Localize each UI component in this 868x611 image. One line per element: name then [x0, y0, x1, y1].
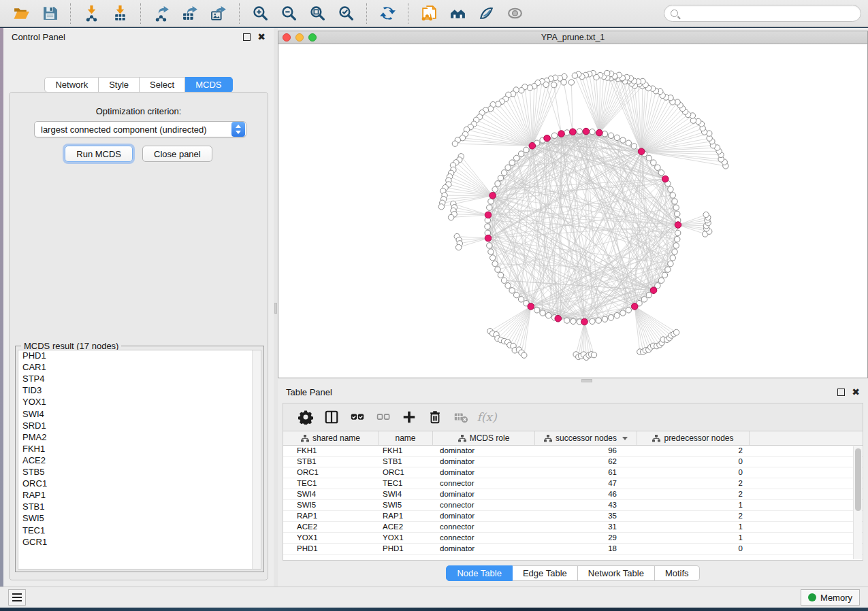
network-canvas[interactable]	[278, 44, 867, 378]
cell[interactable]: PHD1	[379, 544, 433, 554]
cell[interactable]: TEC1	[283, 478, 379, 489]
delete-rows-button[interactable]	[422, 406, 448, 429]
horizontal-splitter[interactable]	[278, 378, 868, 383]
cell[interactable]: ORC1	[379, 467, 433, 478]
column-header-name[interactable]: name	[379, 431, 433, 445]
cell[interactable]: SWI4	[379, 489, 433, 499]
close-table-panel-icon[interactable]: ✖	[852, 389, 860, 396]
mcds-node-item[interactable]: YOX1	[18, 397, 261, 408]
cell[interactable]: dominator	[433, 467, 535, 478]
cell[interactable]: 62	[535, 457, 637, 467]
add-row-button[interactable]	[396, 406, 422, 429]
table-row[interactable]: FKH1FKH1dominator962	[283, 446, 863, 457]
memory-button[interactable]: Memory	[801, 589, 860, 606]
cell[interactable]: PHD1	[283, 544, 379, 554]
cell[interactable]: 0	[637, 544, 750, 554]
mcds-node-item[interactable]: FKH1	[18, 444, 261, 455]
mcds-node-item[interactable]: SWI4	[18, 408, 261, 420]
table-scrollbar-thumb[interactable]	[855, 448, 861, 511]
cell[interactable]: YOX1	[283, 533, 379, 543]
import-table-button[interactable]	[108, 2, 131, 25]
cell[interactable]: 1	[637, 522, 750, 532]
cell[interactable]: connector	[433, 522, 535, 532]
mcds-node-item[interactable]: STP4	[18, 374, 261, 385]
tab-network[interactable]: Network	[44, 77, 99, 93]
cell[interactable]: 2	[637, 511, 750, 521]
mcds-node-item[interactable]: TEC1	[18, 525, 261, 536]
select-all-button[interactable]	[344, 406, 370, 429]
mcds-list-scrollbar[interactable]	[252, 350, 261, 569]
table-row[interactable]: TEC1TEC1connector472	[283, 478, 863, 489]
mcds-node-item[interactable]: STB1	[18, 501, 261, 513]
cell[interactable]: YOX1	[379, 533, 433, 543]
tab-mcds[interactable]: MCDS	[185, 77, 232, 93]
zoom-selected-button[interactable]	[334, 2, 357, 25]
table-row[interactable]: ACE2ACE2connector311	[283, 522, 863, 533]
cell[interactable]: 2	[637, 478, 750, 489]
float-table-panel-icon[interactable]	[837, 389, 845, 396]
cell[interactable]: 0	[637, 467, 750, 478]
cell[interactable]: SWI5	[283, 500, 379, 510]
cell[interactable]: connector	[433, 533, 535, 543]
table-row[interactable]: RAP1RAP1dominator352	[283, 511, 863, 522]
cell[interactable]: connector	[433, 500, 535, 510]
table-row[interactable]: SWI5SWI5connector431	[283, 500, 863, 511]
table-row[interactable]: SWI4SWI4dominator462	[283, 489, 863, 500]
column-header-successor-nodes[interactable]: successor nodes	[535, 431, 637, 445]
tab-select[interactable]: Select	[140, 77, 185, 93]
hide-preview-button[interactable]	[503, 2, 526, 25]
show-columns-button[interactable]	[319, 406, 344, 429]
cell[interactable]: SWI4	[283, 489, 379, 499]
mcds-node-item[interactable]: PHD1	[18, 350, 261, 362]
table-row[interactable]: STB1STB1dominator620	[283, 457, 863, 467]
style-preview-button[interactable]	[475, 2, 498, 25]
mcds-node-item[interactable]: PMA2	[18, 432, 261, 444]
cell[interactable]: ORC1	[283, 467, 379, 478]
tab-network-table[interactable]: Network Table	[578, 565, 655, 581]
column-header-shared-name[interactable]: shared name	[283, 431, 379, 445]
mcds-node-item[interactable]: TID3	[18, 385, 261, 397]
mcds-node-item[interactable]: GCR1	[18, 537, 261, 548]
table-row[interactable]: YOX1YOX1connector291	[283, 533, 863, 544]
close-panel-button[interactable]: Close panel	[142, 146, 212, 162]
search-input[interactable]	[682, 9, 854, 18]
float-panel-icon[interactable]	[243, 33, 251, 41]
cell[interactable]: dominator	[433, 457, 535, 467]
import-network-button[interactable]	[80, 2, 103, 25]
cell[interactable]: ACE2	[283, 522, 379, 532]
cell[interactable]: dominator	[433, 544, 535, 554]
search-box[interactable]	[664, 5, 861, 22]
run-mcds-button[interactable]: Run MCDS	[65, 146, 133, 162]
export-image-button[interactable]	[207, 2, 230, 25]
mcds-result-list[interactable]: PHD1CAR1STP4TID3YOX1SWI4SRD1PMA2FKH1ACE2…	[18, 350, 261, 569]
cell[interactable]: 2	[637, 446, 750, 456]
mcds-node-item[interactable]: ORC1	[18, 478, 261, 490]
automation-panel-button[interactable]	[8, 589, 26, 606]
cell[interactable]: 35	[535, 511, 637, 521]
cell[interactable]: 96	[535, 446, 637, 456]
mcds-node-item[interactable]: STB5	[18, 467, 261, 478]
cell[interactable]: 1	[637, 533, 750, 543]
mcds-node-item[interactable]: CAR1	[18, 362, 261, 374]
export-table-button[interactable]	[178, 2, 202, 25]
tab-edge-table[interactable]: Edge Table	[513, 565, 578, 581]
export-network-button[interactable]	[150, 2, 173, 25]
table-row[interactable]: PHD1PHD1dominator180	[283, 544, 863, 555]
cell[interactable]: RAP1	[283, 511, 379, 521]
cell[interactable]: 46	[535, 489, 637, 499]
cell[interactable]: 61	[535, 467, 637, 478]
table-scrollbar[interactable]	[853, 446, 862, 559]
mcds-node-item[interactable]: SRD1	[18, 420, 261, 432]
zoom-in-button[interactable]	[248, 2, 272, 25]
cell[interactable]: FKH1	[379, 446, 433, 456]
mcds-node-item[interactable]: SWI5	[18, 513, 261, 525]
cell[interactable]: TEC1	[379, 478, 433, 489]
cell[interactable]: dominator	[433, 489, 535, 499]
cell[interactable]: ACE2	[379, 522, 433, 532]
refresh-layout-button[interactable]	[376, 2, 399, 25]
cell[interactable]: 31	[535, 522, 637, 532]
tab-motifs[interactable]: Motifs	[655, 565, 700, 581]
criterion-dropdown[interactable]: largest connected component (undirected)	[34, 121, 246, 137]
cell[interactable]: RAP1	[379, 511, 433, 521]
column-header-MCDS-role[interactable]: MCDS role	[433, 431, 535, 445]
